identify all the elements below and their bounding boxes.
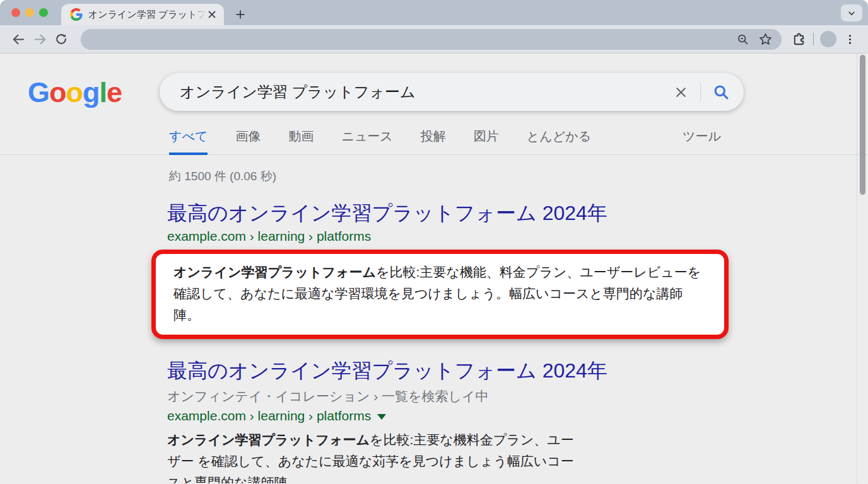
result-url[interactable]: example.com › learning › platforms xyxy=(167,408,577,424)
url-dropdown-icon[interactable] xyxy=(377,414,386,420)
profile-avatar[interactable] xyxy=(818,28,839,50)
result-breadcrumb: オンフィンテイ・イコレーション › 一覧を検索しイ中 xyxy=(167,388,577,405)
tab-search-chevron-button[interactable] xyxy=(841,4,862,21)
result-title-link[interactable]: 最高のオンライン学習プラットフォーム 2024年 xyxy=(167,358,577,383)
search-submit-icon[interactable] xyxy=(712,83,730,101)
clear-search-icon[interactable] xyxy=(673,84,689,100)
tab-close-icon[interactable] xyxy=(206,9,218,20)
zoom-page-icon[interactable] xyxy=(736,33,749,46)
result-title-link[interactable]: 最高のオンライン学習プラットフォーム 2024年 xyxy=(167,200,577,226)
tab-title: オンライン学習 プラットフォー xyxy=(88,9,206,21)
browser-toolbar xyxy=(0,25,868,54)
search-result: 最高のオンライン学習プラットフォーム 2024年 オンフィンテイ・イコレーション… xyxy=(167,358,577,483)
search-box[interactable] xyxy=(160,73,744,111)
back-button[interactable] xyxy=(8,28,29,50)
window-controls xyxy=(11,8,48,17)
browser-menu-icon[interactable] xyxy=(839,28,860,50)
search-header: Google xyxy=(0,54,868,111)
fullscreen-window-button[interactable] xyxy=(39,8,48,17)
browser-tab[interactable]: オンライン学習 プラットフォー xyxy=(61,4,224,25)
bookmark-star-icon[interactable] xyxy=(758,32,773,47)
new-tab-button[interactable] xyxy=(231,5,250,24)
tab-strip: オンライン学習 プラットフォー xyxy=(0,0,868,25)
browser-window: オンライン学習 プラットフォー xyxy=(0,0,868,484)
tab-tools[interactable]: ツール xyxy=(683,128,721,154)
page-content: Google すべて 画像 動画 ニュー xyxy=(0,54,868,483)
toolbar-divider xyxy=(813,33,814,45)
reload-button[interactable] xyxy=(50,28,72,50)
tab-pictures[interactable]: 図片 xyxy=(474,128,499,154)
google-logo[interactable]: Google xyxy=(28,78,122,107)
result-description: オンライン学習プラットフォームを比較:主要な機能、料金プラン、ユーザーレビューを… xyxy=(173,262,708,326)
tab-all[interactable]: すべて xyxy=(169,128,208,155)
search-box-divider xyxy=(700,83,701,101)
forward-button[interactable] xyxy=(29,28,50,50)
result-description: オンライン学習プラットフォームを比較:主要な機料金プラン、ユーザー を確認して、… xyxy=(167,429,577,483)
tab-posts[interactable]: 投解 xyxy=(421,128,446,154)
close-window-button[interactable] xyxy=(11,8,20,17)
tab-videos[interactable]: 動画 xyxy=(288,128,314,154)
address-bar[interactable] xyxy=(81,29,782,50)
search-results: 約 1500 件 (0.06 秒) 最高のオンライン学習プラットフォーム 202… xyxy=(0,168,577,483)
highlight-annotation-box: オンライン学習プラットフォームを比較:主要な機能、料金プラン、ユーザーレビューを… xyxy=(151,250,729,339)
minimize-window-button[interactable] xyxy=(25,8,34,17)
search-nav-tabs: すべて 画像 動画 ニュース 投解 図片 とんどかる ツール xyxy=(0,128,868,155)
extensions-icon[interactable] xyxy=(788,28,809,50)
search-result: 最高のオンライン学習プラットフォーム 2024年 example.com › l… xyxy=(167,200,577,339)
tab-news[interactable]: ニュース xyxy=(341,128,392,154)
tab-more[interactable]: とんどかる xyxy=(527,128,591,154)
scrollbar-track[interactable] xyxy=(857,54,868,483)
result-stats: 約 1500 件 (0.06 秒) xyxy=(167,168,577,185)
result-url[interactable]: example.com › learning › platforms xyxy=(167,229,577,244)
google-favicon-icon xyxy=(70,8,83,21)
search-input[interactable] xyxy=(179,83,673,101)
tab-images[interactable]: 画像 xyxy=(235,128,261,154)
scrollbar-thumb[interactable] xyxy=(860,55,865,195)
